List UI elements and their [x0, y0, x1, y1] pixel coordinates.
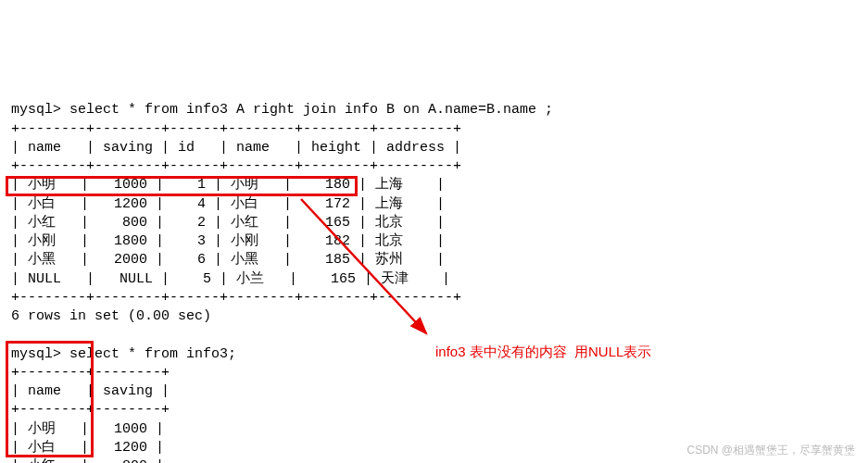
table-border: +--------+--------+------+--------+-----…	[11, 290, 461, 306]
table-header-row: | name | saving |	[11, 383, 170, 399]
result-footer: 6 rows in set (0.00 sec)	[11, 308, 211, 324]
terminal-output: mysql> select * from info3 A right join …	[11, 82, 857, 463]
table-border: +--------+--------+	[11, 365, 170, 381]
mysql-prompt: mysql>	[11, 102, 69, 118]
watermark: CSDN @相遇蟹堡王，尽享蟹黄堡	[686, 443, 855, 457]
table-row: | 小明 | 1000 |	[11, 421, 164, 437]
sql-query-2: select * from info3;	[69, 346, 236, 362]
mysql-prompt: mysql>	[11, 346, 69, 362]
table-row: | NULL | NULL | 5 | 小兰 | 165 | 天津 |	[11, 271, 450, 287]
table-header-row: | name | saving | id | name | height | a…	[11, 140, 461, 156]
table-border: +--------+--------+------+--------+-----…	[11, 158, 461, 174]
table-row: | 小红 | 800 |	[11, 458, 164, 463]
table-row: | 小红 | 800 | 2 | 小红 | 165 | 北京 |	[11, 215, 445, 231]
table-border: +--------+--------+------+--------+-----…	[11, 121, 461, 137]
table-row: | 小明 | 1000 | 1 | 小明 | 180 | 上海 |	[11, 177, 445, 193]
table-border: +--------+--------+	[11, 402, 170, 418]
sql-query-1: select * from info3 A right join info B …	[69, 102, 553, 118]
table-row: | 小白 | 1200 |	[11, 440, 164, 456]
annotation-text: info3 表中没有的内容 用NULL表示	[435, 343, 651, 361]
table-row: | 小白 | 1200 | 4 | 小白 | 172 | 上海 |	[11, 196, 445, 212]
table-row: | 小刚 | 1800 | 3 | 小刚 | 182 | 北京 |	[11, 233, 445, 249]
table-row: | 小黑 | 2000 | 6 | 小黑 | 185 | 苏州 |	[11, 252, 445, 268]
